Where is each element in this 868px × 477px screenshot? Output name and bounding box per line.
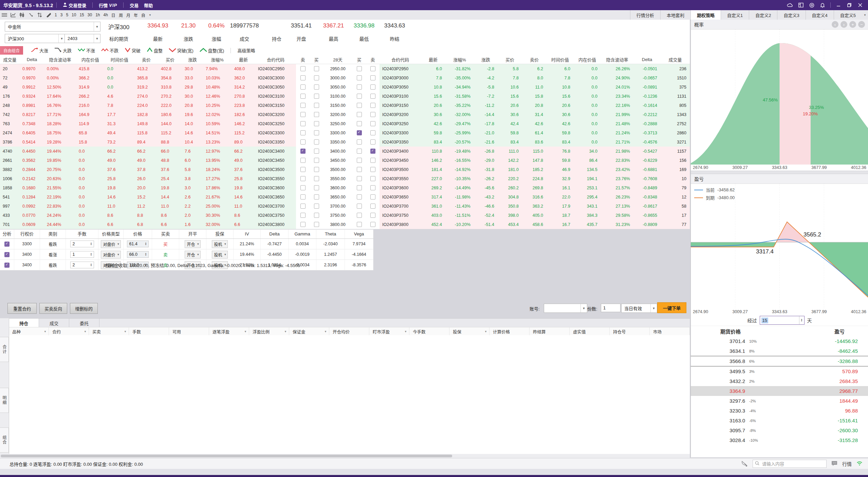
side-tab-detail[interactable]: 明细 — [0, 388, 9, 413]
scenario-row[interactable]: 3028.4-10%-3155.28 — [691, 435, 868, 445]
put-sell-checkbox[interactable] — [370, 149, 375, 154]
contract-select[interactable]: 2403▼ — [64, 34, 100, 43]
period-button-3[interactable]: 3 — [59, 12, 64, 18]
put-buy-checkbox[interactable] — [357, 75, 362, 80]
filter-funnel-icon[interactable]: ▼ — [484, 330, 487, 333]
put-sell-checkbox[interactable] — [370, 194, 375, 199]
put-buy-checkbox[interactable] — [357, 149, 362, 154]
sort-icon[interactable] — [36, 12, 43, 18]
put-buy-checkbox[interactable] — [357, 94, 362, 99]
chain-column-header[interactable]: 涨跌 — [182, 56, 203, 63]
positions-tab-持仓[interactable]: 持仓 — [9, 319, 39, 327]
positions-tab-成交[interactable]: 成交 — [39, 319, 69, 327]
open-close-select[interactable]: 开仓▼ — [179, 239, 206, 249]
scenario-row[interactable]: 3701.410%-14456.92 — [691, 336, 868, 346]
call-sell-checkbox[interactable] — [300, 94, 306, 99]
put-buy-checkbox[interactable] — [357, 84, 362, 90]
cloud-icon[interactable] — [787, 2, 793, 8]
chain-column-header[interactable]: 买 — [310, 56, 323, 63]
hedge-select[interactable]: 投机▼ — [206, 239, 234, 249]
positions-column-header[interactable]: 盯市浮盈▼ — [369, 327, 409, 336]
qty-stepper[interactable]: 2▲▼ — [66, 239, 98, 249]
put-sell-checkbox[interactable] — [370, 167, 375, 172]
put-buy-checkbox[interactable] — [357, 121, 362, 126]
put-buy-checkbox[interactable] — [357, 167, 362, 172]
call-sell-checkbox[interactable] — [300, 66, 306, 71]
put-sell-checkbox[interactable] — [370, 130, 375, 135]
filter-funnel-icon[interactable]: ▼ — [84, 330, 87, 333]
chain-column-header[interactable]: 成交量 — [0, 56, 20, 63]
call-buy-checkbox[interactable] — [314, 194, 319, 199]
chain-column-header[interactable]: 买价 — [158, 56, 182, 63]
positions-column-header[interactable]: 虚实值 — [570, 327, 610, 336]
price-type-select[interactable]: 对盘价▼ — [98, 239, 124, 249]
satellite-icon[interactable] — [741, 460, 748, 468]
period-button-30[interactable]: 30 — [86, 12, 94, 18]
period-button-1[interactable]: 1 — [53, 12, 59, 18]
filter-norise-green[interactable]: 不涨 — [78, 47, 95, 54]
filter-funnel-icon[interactable]: ▼ — [124, 330, 127, 333]
call-buy-checkbox[interactable] — [314, 149, 319, 154]
period-button-15[interactable]: 15 — [78, 12, 86, 18]
scenario-row[interactable]: 3297.6-2%1844.49 — [691, 396, 868, 406]
put-sell-checkbox[interactable] — [370, 158, 375, 163]
call-sell-checkbox[interactable] — [300, 204, 306, 209]
call-buy-checkbox[interactable] — [314, 139, 319, 145]
scrollbar-thumb[interactable] — [1, 455, 452, 457]
period-button-月[interactable]: 月 — [125, 12, 132, 19]
prev-icon[interactable]: ‹ — [832, 21, 838, 28]
positions-column-header[interactable]: 可用 — [169, 327, 209, 336]
positions-column-header[interactable]: 保证金▼ — [289, 327, 329, 336]
next-icon[interactable]: › — [841, 21, 847, 28]
scenario-row[interactable]: 3163.0-6%-1516.41 — [691, 416, 868, 425]
chat-icon[interactable] — [831, 461, 837, 467]
period-button-1h[interactable]: 1h — [94, 12, 101, 18]
period-button-10[interactable]: 10 — [70, 12, 78, 18]
put-buy-checkbox[interactable] — [357, 176, 362, 181]
filter-fall-dark[interactable]: 大跌 — [54, 47, 72, 54]
chain-column-header[interactable]: 成交量 — [661, 56, 690, 63]
chain-column-header[interactable]: 买价 — [498, 56, 522, 63]
filter-funnel-icon[interactable]: ▼ — [284, 330, 287, 333]
workspace-tab[interactable]: 自定义5 — [834, 10, 862, 20]
put-sell-checkbox[interactable] — [370, 66, 375, 71]
login-menu[interactable]: 交易登录 — [63, 2, 86, 8]
chain-column-header[interactable]: 隐含波动率 — [601, 56, 633, 63]
chain-column-header[interactable]: 最新 — [232, 56, 255, 63]
wave-icon[interactable] — [27, 12, 34, 18]
positions-column-header[interactable]: 手数 — [129, 327, 169, 336]
put-buy-checkbox[interactable] — [357, 112, 362, 117]
call-sell-checkbox[interactable] — [300, 213, 306, 218]
call-buy-checkbox[interactable] — [314, 66, 319, 71]
positions-column-header[interactable]: 投保▼ — [449, 327, 490, 336]
period-button-周[interactable]: 周 — [117, 12, 125, 19]
put-sell-checkbox[interactable] — [370, 213, 375, 218]
put-sell-checkbox[interactable] — [370, 84, 375, 90]
call-sell-checkbox[interactable] — [300, 121, 306, 126]
positions-column-header[interactable]: 逐笔浮盈▼ — [209, 327, 249, 336]
positions-column-header[interactable]: 市场 — [650, 327, 690, 336]
scenario-row[interactable]: 3095.7-8%-2600.30 — [691, 425, 868, 435]
validity-select[interactable]: 当日有效▼ — [621, 304, 657, 313]
call-buy-checkbox[interactable] — [314, 112, 319, 117]
call-buy-checkbox[interactable] — [314, 185, 319, 190]
call-buy-checkbox[interactable] — [314, 222, 319, 227]
positions-tab-委托[interactable]: 委托 — [69, 319, 99, 327]
workspace-tab[interactable]: 本地套利 — [660, 10, 690, 20]
edit-underlying-button[interactable]: 增删标的 — [70, 303, 98, 314]
positions-column-header[interactable]: 开仓均价 — [329, 327, 369, 336]
chain-column-header[interactable]: 涨幅% — [445, 56, 474, 63]
put-sell-checkbox[interactable] — [370, 139, 375, 145]
zoom-in-icon[interactable]: + — [849, 21, 856, 28]
menu-icon[interactable] — [1, 12, 8, 18]
zoom-out-icon[interactable]: − — [858, 21, 865, 28]
put-buy-checkbox[interactable] — [357, 222, 362, 227]
chain-column-header[interactable]: 卖 — [296, 56, 310, 63]
chain-column-header[interactable]: Delta — [20, 57, 44, 62]
tabs-overflow-caret[interactable]: ▼ — [862, 13, 868, 17]
chain-column-header[interactable]: 内在价值 — [76, 56, 105, 63]
call-buy-checkbox[interactable] — [314, 130, 319, 135]
call-sell-checkbox[interactable] — [300, 103, 306, 108]
chain-column-header[interactable]: Delta — [633, 57, 661, 62]
chain-column-header[interactable]: 卖 — [366, 56, 380, 63]
